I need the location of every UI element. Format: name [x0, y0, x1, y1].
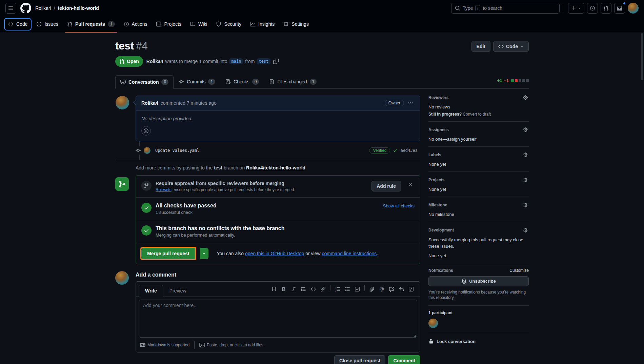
tab-files-changed[interactable]: Files changed1 [264, 75, 322, 88]
github-logo-icon[interactable] [20, 3, 31, 14]
code-button[interactable] [308, 284, 318, 294]
add-rule-button[interactable]: Add rule [371, 181, 401, 191]
link-button[interactable] [318, 284, 328, 294]
mention-button[interactable]: @ [377, 284, 386, 294]
comment-author-link[interactable]: Rolika4 [141, 100, 158, 106]
merge-pull-request-button[interactable]: Merge pull request [141, 248, 195, 259]
pr-author-link[interactable]: Rolika4 [146, 59, 163, 64]
customize-link[interactable]: Customize [509, 268, 529, 273]
comment-menu-button[interactable] [406, 99, 415, 107]
paperclip-icon [369, 286, 375, 292]
search-placeholder-prefix: Type [463, 5, 473, 11]
user-avatar[interactable] [628, 3, 639, 14]
quote-button[interactable] [299, 284, 308, 294]
repo-tab-insights[interactable]: Insights [247, 19, 278, 30]
task-list-button[interactable] [353, 284, 362, 294]
code-dropdown-button[interactable]: Code [493, 41, 529, 52]
merge-options-button[interactable] [200, 248, 208, 259]
current-user-avatar[interactable] [115, 271, 129, 285]
repo-link[interactable]: Rolika4/tekton-hello-world [246, 165, 305, 170]
diff-block-neutral [526, 79, 529, 82]
cli-instructions-link[interactable]: command line instructions [322, 251, 377, 256]
bullet-list-button[interactable] [343, 284, 352, 294]
issues-dashboard-button[interactable] [587, 3, 598, 14]
numbered-list-button[interactable] [333, 284, 342, 294]
assignees-gear-icon[interactable] [522, 126, 529, 133]
scrollbar-thumb[interactable] [641, 33, 643, 80]
gear-icon [523, 177, 528, 183]
commit-sha-link[interactable]: aed43ea [400, 148, 418, 153]
search-input[interactable]: Type / to search [451, 3, 560, 14]
repo-tab-actions[interactable]: Actions [120, 19, 151, 30]
reply-button[interactable] [397, 284, 406, 294]
tab-commits[interactable]: Commits1 [174, 75, 220, 88]
comment-body-text: No description provided. [141, 116, 415, 121]
labels-gear-icon[interactable] [522, 151, 529, 158]
breadcrumb-owner[interactable]: Rolika4 [35, 5, 51, 11]
comment-submit-button[interactable]: Comment [388, 355, 420, 364]
reply-icon [399, 286, 404, 292]
pull-requests-dashboard-button[interactable] [601, 3, 611, 14]
markdown-supported-link[interactable]: Markdown is supported [140, 342, 189, 348]
commit-message-link[interactable]: Update values.yaml [155, 148, 199, 153]
repo-tab-issues[interactable]: Issues [33, 19, 61, 30]
pr-description-comment: Rolika4 commented 7 minutes ago Owner No… [136, 96, 420, 141]
repo-tab-wiki[interactable]: Wiki [187, 19, 210, 30]
cross-reference-button[interactable] [387, 284, 396, 294]
inbox-button[interactable] [614, 3, 625, 14]
commit-author-avatar[interactable] [144, 147, 150, 154]
lock-conversation-button[interactable]: Lock conversation [428, 333, 529, 344]
projects-gear-icon[interactable] [522, 177, 529, 183]
repo-tab-settings[interactable]: Settings [280, 19, 312, 30]
heading-button[interactable] [269, 284, 279, 294]
git-branch-icon [141, 181, 152, 191]
conflicts-status-subtitle: Merging can be performed automatically. [156, 232, 415, 238]
search-placeholder-suffix: to search [483, 5, 502, 11]
reviewers-gear-icon[interactable] [522, 94, 529, 101]
italic-button[interactable] [289, 284, 298, 294]
tab-checks[interactable]: Checks0 [220, 75, 264, 88]
milestone-gear-icon[interactable] [522, 202, 529, 208]
verified-badge[interactable]: Verified [369, 147, 390, 154]
github-desktop-link[interactable]: open this in GitHub Desktop [245, 251, 304, 256]
repo-tab-security[interactable]: Security [213, 19, 245, 30]
milestone-empty-text: No milestone [428, 212, 529, 217]
head-branch-label[interactable]: test [257, 58, 270, 64]
rulesets-link[interactable]: Rulesets [156, 187, 172, 192]
gear-icon [523, 152, 528, 158]
breadcrumb-repo[interactable]: tekton-hello-world [58, 5, 99, 11]
close-pull-request-button[interactable]: Close pull request [334, 355, 385, 364]
assign-yourself-link[interactable]: assign yourself [447, 137, 477, 142]
merge-action-row: Merge pull request You can also open thi… [136, 243, 420, 264]
play-icon [124, 21, 129, 27]
unsubscribe-button[interactable]: Unsubscribe [428, 276, 529, 286]
saved-replies-button[interactable] [406, 284, 416, 294]
check-icon [393, 148, 398, 153]
attach-file-button[interactable] [367, 284, 377, 294]
create-new-button[interactable] [568, 3, 584, 14]
comment-timestamp[interactable]: commented 7 minutes ago [161, 100, 217, 106]
convert-to-draft-link[interactable]: Convert to draft [463, 112, 491, 117]
edit-button[interactable]: Edit [471, 41, 490, 52]
tab-preview[interactable]: Preview [163, 285, 193, 297]
repo-tab-code[interactable]: Code [5, 19, 31, 30]
repo-tab-pull-requests[interactable]: Pull requests1 [64, 19, 118, 30]
hamburger-button[interactable] [5, 3, 16, 14]
attach-files-area[interactable]: Paste, drop, or click to add files [199, 342, 263, 348]
comment-author-avatar[interactable] [116, 96, 129, 109]
repo-tab-projects[interactable]: Projects [153, 19, 185, 30]
plus-icon [571, 5, 577, 11]
dismiss-rule-button[interactable] [406, 181, 415, 189]
show-all-checks-link[interactable]: Show all checks [383, 203, 415, 208]
tab-conversation[interactable]: Conversation0 [115, 75, 174, 89]
participant-avatar[interactable] [428, 319, 438, 328]
tab-write[interactable]: Write [139, 285, 163, 297]
checks-status-subtitle: 1 successful check [156, 210, 379, 215]
bold-button[interactable] [279, 284, 288, 294]
copy-branch-button[interactable] [273, 58, 279, 65]
comment-textarea[interactable] [139, 300, 417, 338]
add-reaction-button[interactable] [141, 126, 151, 136]
base-branch-label[interactable]: main [229, 58, 243, 64]
development-gear-icon[interactable] [522, 227, 529, 234]
resize-grip[interactable] [413, 334, 416, 338]
